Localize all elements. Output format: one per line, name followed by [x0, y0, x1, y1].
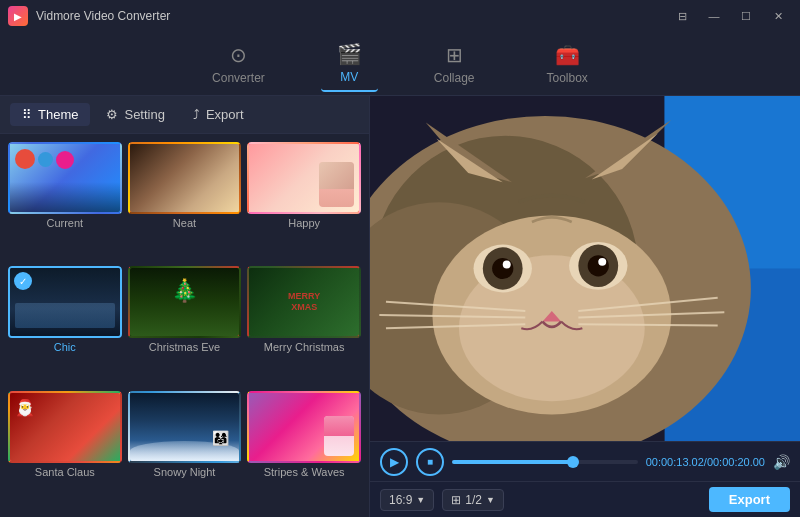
- stop-button[interactable]: ■: [416, 448, 444, 476]
- aspect-ratio-button[interactable]: 16:9 ▼: [380, 489, 434, 511]
- maximize-button[interactable]: ☐: [732, 5, 760, 27]
- svg-point-12: [492, 258, 513, 279]
- theme-happy-label: Happy: [288, 217, 320, 229]
- theme-current[interactable]: Current: [8, 142, 122, 260]
- subtab-export[interactable]: ⤴ Export: [181, 103, 256, 126]
- sub-tabs: ⠿ Theme ⚙ Setting ⤴ Export: [0, 96, 369, 134]
- minimize-button[interactable]: ⊟: [668, 5, 696, 27]
- controls-bar: ▶ ■ 00:00:13.02/00:00:20.00 🔊: [370, 441, 800, 481]
- theme-current-thumb: [8, 142, 122, 214]
- export-icon: ⤴: [193, 107, 200, 122]
- subtab-setting-label: Setting: [124, 107, 164, 122]
- left-panel: ⠿ Theme ⚙ Setting ⤴ Export: [0, 96, 370, 517]
- collage-icon: ⊞: [446, 43, 463, 67]
- theme-happy-thumb: [247, 142, 361, 214]
- subtab-setting[interactable]: ⚙ Setting: [94, 103, 176, 126]
- nav-tabs: ⊙ Converter 🎬 MV ⊞ Collage 🧰 Toolbox: [0, 32, 800, 96]
- theme-neat[interactable]: Neat: [128, 142, 242, 260]
- theme-neat-thumb: [128, 142, 242, 214]
- svg-line-22: [578, 324, 717, 325]
- theme-happy[interactable]: Happy: [247, 142, 361, 260]
- progress-bar[interactable]: [452, 460, 638, 464]
- theme-chic-label: Chic: [54, 341, 76, 353]
- theme-stripes-thumb: [247, 391, 361, 463]
- progress-fill: [452, 460, 573, 464]
- volume-icon[interactable]: 🔊: [773, 454, 790, 470]
- size-button[interactable]: ⊞ 1/2 ▼: [442, 489, 504, 511]
- theme-santa-label: Santa Claus: [35, 466, 95, 478]
- theme-christmas-eve-thumb: 🎄: [128, 266, 242, 338]
- svg-point-13: [588, 255, 609, 276]
- tab-converter[interactable]: ⊙ Converter: [196, 37, 281, 91]
- play-button[interactable]: ▶: [380, 448, 408, 476]
- theme-current-label: Current: [46, 217, 83, 229]
- svg-point-14: [503, 261, 511, 269]
- size-chevron: ▼: [486, 495, 495, 505]
- theme-neat-label: Neat: [173, 217, 196, 229]
- theme-grid: Current Neat Happy: [0, 134, 369, 517]
- theme-snowy-thumb: 👨‍👩‍👧: [128, 391, 242, 463]
- tab-collage[interactable]: ⊞ Collage: [418, 37, 491, 91]
- aspect-ratio-chevron: ▼: [416, 495, 425, 505]
- theme-snowy-label: Snowy Night: [154, 466, 216, 478]
- tab-toolbox-label: Toolbox: [547, 71, 588, 85]
- titlebar-controls: ⊟ — ☐ ✕: [668, 5, 792, 27]
- theme-merry-christmas[interactable]: MERRYXMAS Merry Christmas: [247, 266, 361, 384]
- aspect-ratio-label: 16:9: [389, 493, 412, 507]
- theme-snowy[interactable]: 👨‍👩‍👧 Snowy Night: [128, 391, 242, 509]
- tab-mv[interactable]: 🎬 MV: [321, 36, 378, 92]
- right-panel: ▶ ■ 00:00:13.02/00:00:20.00 🔊 16:9 ▼ ⊞ 1…: [370, 96, 800, 517]
- subtab-export-label: Export: [206, 107, 244, 122]
- theme-merry-christmas-label: Merry Christmas: [264, 341, 345, 353]
- titlebar: ▶ Vidmore Video Converter ⊟ — ☐ ✕: [0, 0, 800, 32]
- tab-converter-label: Converter: [212, 71, 265, 85]
- main-content: ⠿ Theme ⚙ Setting ⤴ Export: [0, 96, 800, 517]
- theme-christmas-eve-label: Christmas Eve: [149, 341, 221, 353]
- controls-bar2: 16:9 ▼ ⊞ 1/2 ▼ Export: [370, 481, 800, 517]
- merry-text: MERRYXMAS: [288, 292, 320, 314]
- subtab-theme[interactable]: ⠿ Theme: [10, 103, 90, 126]
- theme-chic-thumb: ✓: [8, 266, 122, 338]
- titlebar-left: ▶ Vidmore Video Converter: [8, 6, 170, 26]
- toolbox-icon: 🧰: [555, 43, 580, 67]
- theme-santa[interactable]: 🎅 Santa Claus: [8, 391, 122, 509]
- theme-stripes[interactable]: Stripes & Waves: [247, 391, 361, 509]
- minimize-button2[interactable]: —: [700, 5, 728, 27]
- size-icon: ⊞: [451, 493, 461, 507]
- svg-point-15: [598, 258, 606, 266]
- tab-toolbox[interactable]: 🧰 Toolbox: [531, 37, 604, 91]
- progress-thumb: [567, 456, 579, 468]
- theme-christmas-eve[interactable]: 🎄 Christmas Eve: [128, 266, 242, 384]
- size-label: 1/2: [465, 493, 482, 507]
- theme-merry-christmas-thumb: MERRYXMAS: [247, 266, 361, 338]
- app-title: Vidmore Video Converter: [36, 9, 170, 23]
- theme-stripes-label: Stripes & Waves: [264, 466, 345, 478]
- setting-icon: ⚙: [106, 107, 118, 122]
- subtab-theme-label: Theme: [38, 107, 78, 122]
- close-button[interactable]: ✕: [764, 5, 792, 27]
- tab-collage-label: Collage: [434, 71, 475, 85]
- theme-icon: ⠿: [22, 107, 32, 122]
- mv-icon: 🎬: [337, 42, 362, 66]
- app-icon: ▶: [8, 6, 28, 26]
- export-button[interactable]: Export: [709, 487, 790, 512]
- tab-mv-label: MV: [340, 70, 358, 84]
- preview-area: [370, 96, 800, 441]
- time-display: 00:00:13.02/00:00:20.00: [646, 456, 765, 468]
- theme-santa-thumb: 🎅: [8, 391, 122, 463]
- cat-preview-svg: [370, 96, 800, 441]
- theme-chic[interactable]: ✓ Chic: [8, 266, 122, 384]
- converter-icon: ⊙: [230, 43, 247, 67]
